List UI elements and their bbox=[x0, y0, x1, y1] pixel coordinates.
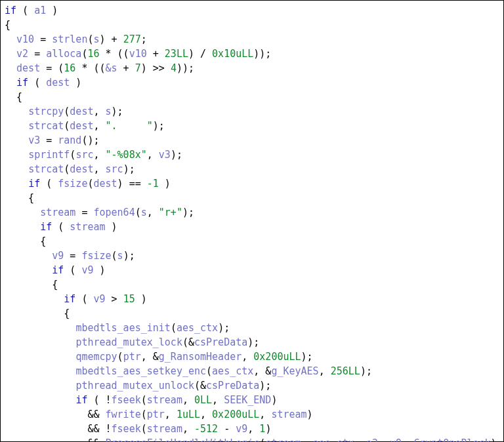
identifier: SEEK_END bbox=[224, 394, 271, 406]
identifier: csPreData bbox=[206, 380, 259, 392]
string-literal: ". bbox=[106, 120, 117, 132]
fn-qmemcpy: qmemcpy bbox=[75, 351, 117, 363]
identifier: v3 bbox=[159, 149, 171, 161]
keyword-if: if bbox=[16, 77, 28, 89]
fn-alloca: alloca bbox=[46, 48, 81, 60]
number: -1 bbox=[147, 178, 159, 190]
number: -512 bbox=[194, 423, 218, 435]
keyword-if: if bbox=[75, 394, 87, 406]
identifier: dest bbox=[46, 77, 70, 89]
number: 15 bbox=[123, 293, 135, 305]
identifier: a1 bbox=[34, 5, 46, 16]
identifier: aes_ctx bbox=[177, 322, 218, 334]
identifier: &s bbox=[106, 62, 117, 74]
number: 16 bbox=[64, 62, 75, 74]
identifier: g_RansomHeader bbox=[159, 351, 242, 363]
identifier: stream bbox=[265, 437, 301, 442]
keyword-if: if bbox=[52, 264, 64, 276]
number: 256LL bbox=[331, 365, 360, 377]
number: 1 bbox=[259, 423, 265, 435]
identifier: ptr bbox=[123, 351, 141, 363]
identifier: s bbox=[106, 106, 112, 117]
identifier: ptr bbox=[147, 409, 165, 420]
identifier: dest bbox=[70, 120, 93, 132]
identifier: dest bbox=[93, 178, 117, 190]
identifier: g_KeyAES bbox=[271, 365, 318, 377]
identifier: v9 bbox=[390, 437, 402, 442]
identifier: dest bbox=[70, 163, 93, 175]
fn-strcat: strcat bbox=[28, 163, 64, 175]
keyword-if: if bbox=[28, 178, 40, 190]
identifier: stream bbox=[70, 221, 105, 233]
number: 277 bbox=[123, 33, 141, 45]
identifier: aes_ctx bbox=[313, 437, 354, 442]
identifier: aes_ctx bbox=[212, 365, 253, 377]
identifier: v9 bbox=[52, 250, 64, 262]
keyword-if: if bbox=[5, 5, 16, 16]
fn-fseek: fseek bbox=[112, 394, 141, 406]
string-literal: " bbox=[147, 120, 153, 132]
fn-strlen: strlen bbox=[52, 33, 87, 45]
fn-fsize: fsize bbox=[81, 250, 111, 262]
fn-rand: rand bbox=[58, 134, 81, 146]
identifier: src bbox=[75, 149, 93, 161]
identifier: s bbox=[93, 33, 99, 45]
identifier: stream bbox=[40, 207, 75, 218]
identifier: v9 bbox=[81, 264, 93, 276]
fn-sprintf: sprintf bbox=[28, 149, 70, 161]
identifier: v10 bbox=[16, 33, 34, 45]
keyword-if: if bbox=[40, 221, 52, 233]
keyword-if: if bbox=[64, 293, 75, 305]
number: 16 bbox=[87, 48, 99, 60]
identifier: v9 bbox=[236, 423, 247, 435]
number: 4 bbox=[171, 62, 177, 74]
identifier: s bbox=[117, 250, 123, 262]
fn-fsize: fsize bbox=[58, 178, 87, 190]
identifier: s bbox=[141, 207, 147, 218]
fn-mbedtls-aes-setkey-enc: mbedtls_aes_setkey_enc bbox=[75, 365, 206, 377]
number: 23LL bbox=[165, 48, 188, 60]
fn-pthread-mutex-lock: pthread_mutex_lock bbox=[75, 336, 182, 348]
identifier: v3 bbox=[28, 134, 40, 146]
identifier: v2 bbox=[16, 48, 28, 60]
identifier: dest bbox=[16, 62, 40, 74]
redacted-extension bbox=[117, 120, 147, 132]
number: 0x10uLL bbox=[212, 48, 253, 60]
identifier: src bbox=[106, 163, 123, 175]
fn-fseek: fseek bbox=[112, 423, 141, 435]
identifier: stream bbox=[271, 409, 306, 420]
fn-process-file-handle: ProcessFileHandleWithLogic bbox=[106, 437, 260, 442]
number: 0x200uLL bbox=[212, 409, 259, 420]
identifier: a2 bbox=[366, 437, 378, 442]
fn-mbedtls-aes-init: mbedtls_aes_init bbox=[75, 322, 171, 334]
fn-strcat: strcat bbox=[28, 120, 64, 132]
decompiled-code: if ( a1 ) { v10 = strlen(s) + 277; v2 = … bbox=[5, 3, 499, 442]
identifier: CryptOneBlock bbox=[413, 437, 490, 442]
string-literal: "-%08x" bbox=[106, 149, 147, 161]
number: 0LL bbox=[194, 394, 212, 406]
identifier: v10 bbox=[129, 48, 147, 60]
fn-fwrite: fwrite bbox=[106, 409, 141, 420]
number: 1uLL bbox=[177, 409, 200, 420]
number: 7 bbox=[135, 62, 141, 74]
number: 0x200uLL bbox=[253, 351, 301, 363]
string-literal: "r+" bbox=[159, 207, 182, 218]
identifier: dest bbox=[70, 106, 93, 117]
identifier: csPreData bbox=[194, 336, 247, 348]
fn-strcpy: strcpy bbox=[28, 106, 64, 117]
fn-pthread-mutex-unlock: pthread_mutex_unlock bbox=[75, 380, 194, 392]
code-frame: if ( a1 ) { v10 = strlen(s) + 277; v2 = … bbox=[0, 0, 504, 442]
identifier: v9 bbox=[93, 293, 105, 305]
identifier: stream bbox=[147, 394, 182, 406]
fn-fopen64: fopen64 bbox=[93, 207, 135, 218]
identifier: stream bbox=[147, 423, 182, 435]
